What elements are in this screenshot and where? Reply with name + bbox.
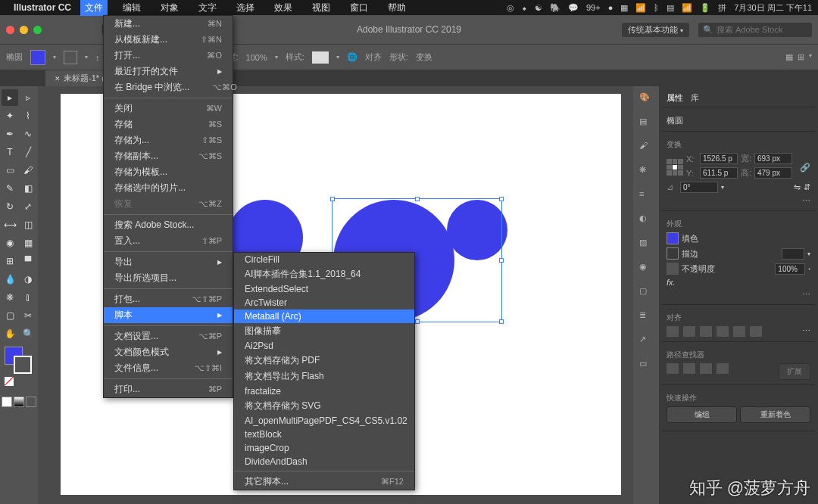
- file-menu-item[interactable]: 存储副本...⌥⌘S: [104, 148, 233, 164]
- arrange-icon[interactable]: ⊞: [798, 52, 804, 62]
- selection-handle[interactable]: [499, 258, 504, 263]
- align-bottom-icon[interactable]: [750, 326, 762, 337]
- curvature-tool[interactable]: ∿: [20, 126, 36, 142]
- menu-file[interactable]: 文件: [80, 0, 108, 16]
- y-input[interactable]: [700, 167, 738, 179]
- color-panel-icon[interactable]: 🎨: [639, 92, 653, 106]
- script-menu-item[interactable]: 图像描摹: [234, 323, 414, 339]
- menu-view[interactable]: 视图: [308, 0, 335, 16]
- fill-stroke-indicator[interactable]: [2, 347, 36, 377]
- script-menu-item[interactable]: ExtendedSelect: [234, 282, 414, 296]
- more-options-icon[interactable]: ⋯: [802, 196, 810, 205]
- mesh-tool[interactable]: ⊞: [2, 253, 18, 269]
- fill-swatch[interactable]: [30, 50, 45, 65]
- workspace-selector[interactable]: 传统基本功能 ▾: [622, 23, 689, 37]
- file-menu-item[interactable]: 存储为...⇧⌘S: [104, 132, 233, 148]
- minimize-button[interactable]: [20, 26, 28, 34]
- zoom-tool[interactable]: 🔍: [20, 325, 36, 342]
- magic-wand-tool[interactable]: ✦: [2, 107, 18, 124]
- asset-export-panel-icon[interactable]: ↗: [639, 334, 653, 348]
- close-button[interactable]: [6, 26, 14, 34]
- script-menu-item[interactable]: 将文档存储为 PDF: [234, 353, 414, 369]
- hand-tool[interactable]: ✋: [2, 325, 18, 342]
- file-menu-item[interactable]: 在 Bridge 中浏览...⌥⌘O: [104, 79, 233, 95]
- eyedropper-tool[interactable]: 💧: [2, 271, 18, 288]
- selection-tool[interactable]: ▸: [2, 89, 18, 106]
- link-icon[interactable]: 🔗: [800, 163, 810, 173]
- more-options-icon[interactable]: ⋯: [802, 326, 810, 337]
- flip-v-icon[interactable]: ⇵: [804, 182, 810, 192]
- style-swatch[interactable]: [312, 51, 329, 64]
- script-menu-item[interactable]: 将文档存储为 SVG: [234, 398, 414, 414]
- file-menu-item[interactable]: 存储选中的切片...: [104, 180, 233, 196]
- artboards-panel-icon[interactable]: ▭: [639, 359, 653, 372]
- selection-handle[interactable]: [415, 319, 420, 324]
- gradient-mode[interactable]: [14, 397, 24, 407]
- file-menu-item[interactable]: 导出所选项目...: [104, 270, 233, 286]
- shape-builder-tool[interactable]: ◉: [2, 235, 18, 251]
- pen-tool[interactable]: ✒: [2, 126, 18, 142]
- stroke-swatch[interactable]: [667, 247, 679, 260]
- fx-label[interactable]: fx.: [667, 278, 676, 287]
- script-menu-item[interactable]: imageCrop: [234, 441, 414, 455]
- brushes-panel-icon[interactable]: 🖌: [639, 141, 653, 154]
- file-menu-item[interactable]: 置入...⇧⌘P: [104, 233, 233, 249]
- file-menu-item[interactable]: 搜索 Adobe Stock...: [104, 217, 233, 233]
- pathfinder-intersect-icon[interactable]: [700, 363, 712, 374]
- file-menu-item[interactable]: 新建...⌘N: [104, 16, 233, 32]
- script-menu-item[interactable]: Ai2Psd: [234, 339, 414, 353]
- perspective-grid-tool[interactable]: ▦: [20, 235, 36, 251]
- none-mode[interactable]: [26, 397, 36, 407]
- menu-select[interactable]: 选择: [232, 0, 259, 16]
- globe-icon[interactable]: 🌐: [347, 52, 357, 62]
- opacity-swatch[interactable]: [667, 263, 679, 275]
- h-input[interactable]: [754, 167, 792, 179]
- shaper-tool[interactable]: ✎: [2, 180, 18, 197]
- script-menu-item[interactable]: fractalize: [234, 384, 414, 398]
- file-menu-item[interactable]: 文件信息...⌥⇧⌘I: [104, 360, 233, 376]
- menu-help[interactable]: 帮助: [383, 0, 411, 16]
- menu-object[interactable]: 对象: [156, 0, 183, 16]
- lasso-tool[interactable]: ⌇: [20, 107, 36, 124]
- symbols-panel-icon[interactable]: ❋: [639, 165, 653, 179]
- eraser-tool[interactable]: ◧: [20, 180, 36, 197]
- file-menu-item[interactable]: 打包...⌥⇧⌘P: [104, 291, 233, 307]
- pathfinder-exclude-icon[interactable]: [717, 363, 729, 374]
- angle-input[interactable]: [680, 182, 718, 193]
- column-graph-tool[interactable]: ⫿: [20, 289, 36, 306]
- menu-edit[interactable]: 编辑: [118, 0, 145, 16]
- symbol-sprayer-tool[interactable]: ❋: [2, 289, 18, 306]
- align-top-icon[interactable]: [717, 326, 729, 337]
- file-menu-item[interactable]: 文档颜色模式: [104, 344, 233, 360]
- x-input[interactable]: [700, 153, 738, 164]
- menu-window[interactable]: 窗口: [345, 0, 373, 16]
- script-menu-item[interactable]: Metaball (Arc): [234, 310, 414, 323]
- none-swatch[interactable]: [5, 377, 14, 386]
- tab-libraries[interactable]: 库: [691, 92, 699, 104]
- stroke-color[interactable]: [14, 356, 32, 374]
- selection-handle[interactable]: [415, 197, 420, 201]
- gradient-tool[interactable]: ▀: [20, 253, 36, 269]
- swatches-panel-icon[interactable]: ▤: [639, 117, 653, 130]
- file-menu-item[interactable]: 打开...⌘O: [104, 48, 233, 64]
- file-menu-item[interactable]: 恢复⌥⌘Z: [104, 196, 233, 212]
- layers-panel-icon[interactable]: ≣: [639, 310, 653, 324]
- width-tool[interactable]: ⟷: [2, 216, 18, 233]
- file-menu-item[interactable]: 存储为模板...: [104, 164, 233, 180]
- stroke-swatch[interactable]: [64, 51, 77, 64]
- line-tool[interactable]: ╱: [20, 144, 36, 160]
- opacity-input[interactable]: [775, 263, 805, 275]
- adobe-stock-search[interactable]: 🔍: [698, 23, 812, 37]
- graphic-styles-panel-icon[interactable]: ▢: [639, 286, 653, 300]
- appearance-panel-icon[interactable]: ◉: [639, 262, 653, 275]
- file-menu-item[interactable]: 导出: [104, 254, 233, 270]
- file-menu-item[interactable]: 文档设置...⌥⌘P: [104, 328, 233, 344]
- rectangle-tool[interactable]: ▭: [2, 162, 18, 179]
- file-menu-item[interactable]: 关闭⌘W: [104, 101, 233, 117]
- file-menu-item[interactable]: 最近打开的文件: [104, 64, 233, 79]
- maximize-button[interactable]: [33, 26, 42, 34]
- artboard-tool[interactable]: ▢: [2, 307, 18, 324]
- pathfinder-minus-icon[interactable]: [683, 363, 695, 374]
- script-menu-item[interactable]: ArcTwister: [234, 296, 414, 310]
- script-menu-item[interactable]: textBlock: [234, 428, 414, 441]
